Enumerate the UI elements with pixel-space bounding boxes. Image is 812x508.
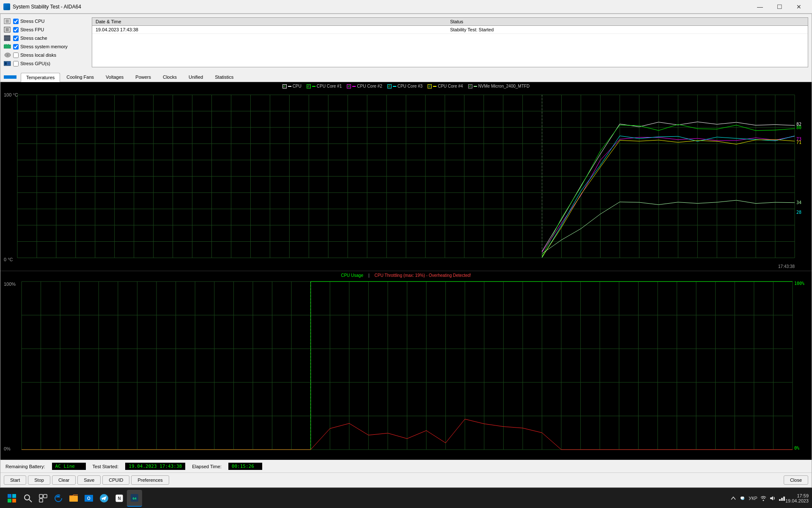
clock[interactable]: 17:59 19.04.2023 — [785, 493, 809, 503]
temp-y-max: 100 °C — [4, 92, 18, 97]
disk-icon — [4, 52, 11, 58]
svg-point-20 — [25, 495, 30, 500]
svg-rect-3 — [5, 28, 9, 31]
svg-line-21 — [29, 500, 32, 502]
stress-options: Stress CPU Stress FPU Stress cache — [4, 17, 88, 67]
legend-cpu-core1[interactable]: ✓ CPU Core #1 — [307, 84, 342, 88]
stress-gpu-checkbox[interactable] — [13, 61, 19, 66]
usage-canvas — [0, 271, 812, 460]
top-area: Stress CPU Stress FPU Stress cache — [0, 14, 812, 71]
tab-powers[interactable]: Powers — [130, 72, 156, 82]
close-button[interactable]: Close — [784, 475, 808, 485]
svg-rect-14 — [5, 62, 7, 65]
test-started-value: 19.04.2023 17:43:38 — [125, 463, 185, 470]
legend-cpu-core4[interactable]: ✓ CPU Core #4 — [428, 84, 463, 88]
clock-date: 19.04.2023 — [785, 498, 809, 503]
tab-statistics[interactable]: Statistics — [209, 72, 239, 82]
log-row: 19.04.2023 17:43:38 Stability Test: Star… — [92, 26, 808, 34]
stress-cpu-label: Stress CPU — [20, 19, 44, 24]
clear-button[interactable]: Clear — [52, 475, 76, 485]
log-table: Date & Time Status 19.04.2023 17:43:38 S… — [92, 17, 808, 67]
temp-y-min: 0 °C — [4, 257, 13, 262]
start-button[interactable]: Start — [4, 475, 26, 485]
stress-disks-checkbox[interactable] — [13, 52, 19, 58]
legend-cpu-core3[interactable]: ✓ CPU Core #3 — [387, 84, 422, 88]
tab-temperatures[interactable]: Temperatures — [21, 73, 60, 82]
svg-rect-37 — [779, 499, 781, 501]
remaining-battery-value: AC Line — [52, 463, 86, 470]
legend-cpu-core2[interactable]: ✓ CPU Core #2 — [347, 84, 382, 88]
svg-rect-1 — [5, 19, 9, 23]
usage-y-min: 0% — [4, 446, 11, 451]
taskbar-telegram[interactable] — [96, 490, 112, 507]
svg-rect-38 — [781, 498, 783, 501]
taskbar-search[interactable] — [20, 490, 36, 507]
charts-area: ✓ CPU ✓ CPU Core #1 ✓ CPU Core #2 ✓ — [0, 82, 812, 460]
titlebar: System Stability Test - AIDA64 — ☐ ✕ — [0, 0, 812, 14]
temperature-chart: ✓ CPU ✓ CPU Core #1 ✓ CPU Core #2 ✓ — [0, 82, 812, 271]
tab-unified[interactable]: Unified — [183, 72, 208, 82]
weather-icon — [739, 495, 746, 502]
svg-text:O: O — [87, 496, 91, 501]
svg-text:N: N — [118, 496, 121, 501]
save-button[interactable]: Save — [77, 475, 101, 485]
stress-fpu-checkbox[interactable] — [13, 27, 19, 33]
preferences-button[interactable]: Preferences — [131, 475, 169, 485]
legend-cpu[interactable]: ✓ CPU — [283, 84, 302, 88]
stress-gpu-label: Stress GPU(s) — [20, 61, 50, 66]
svg-rect-15 — [8, 63, 10, 64]
taskbar-aida64[interactable]: 64 — [127, 490, 142, 507]
title-close-button[interactable]: ✕ — [789, 0, 809, 14]
stress-memory-checkbox[interactable] — [13, 44, 19, 50]
svg-rect-18 — [8, 499, 11, 502]
active-tab-indicator — [4, 75, 16, 79]
temp-timestamp: 17:43:38 — [778, 264, 795, 269]
svg-point-36 — [763, 500, 764, 501]
volume-icon — [769, 495, 776, 502]
window-title: System Stability Test - AIDA64 — [13, 4, 750, 10]
cpu-icon — [4, 18, 11, 24]
svg-rect-22 — [39, 494, 43, 498]
stress-cache-item: Stress cache — [4, 34, 88, 42]
legend-cpu-usage: CPU Usage — [341, 273, 363, 278]
legend-nvme[interactable]: ✓ NVMe Micron_2400_MTFD — [468, 84, 530, 88]
taskbar-filemanager[interactable] — [66, 490, 81, 507]
remaining-battery-label: Remaining Battery: — [5, 464, 45, 469]
buttons-bar: Start Stop Clear Save CPUID Preferences … — [0, 472, 812, 487]
svg-rect-9 — [6, 44, 7, 45]
svg-rect-4 — [4, 36, 10, 41]
tab-voltages[interactable]: Voltages — [100, 72, 129, 82]
temp-chart-legend: ✓ CPU ✓ CPU Core #1 ✓ CPU Core #2 ✓ — [0, 84, 812, 88]
taskbar-taskview[interactable] — [36, 490, 51, 507]
stop-button[interactable]: Stop — [28, 475, 50, 485]
elapsed-time-value: 00:15:26 — [228, 463, 262, 470]
start-menu-button[interactable] — [3, 490, 20, 507]
stress-cpu-checkbox[interactable] — [13, 19, 19, 24]
test-started-label: Test Started: — [93, 464, 119, 469]
stress-cache-checkbox[interactable] — [13, 36, 19, 41]
stress-disks-label: Stress local disks — [20, 52, 56, 58]
memory-icon — [4, 44, 11, 50]
usage-chart-legend: CPU Usage | CPU Throttling (max: 19%) - … — [0, 273, 812, 278]
svg-rect-19 — [12, 499, 16, 502]
tab-clocks[interactable]: Clocks — [157, 72, 182, 82]
minimize-button[interactable]: — — [750, 0, 770, 14]
usage-y-max: 100% — [4, 282, 16, 287]
stress-cache-label: Stress cache — [20, 36, 47, 41]
tab-cooling-fans[interactable]: Cooling Fans — [61, 72, 99, 82]
stress-memory-label: Stress system memory — [20, 44, 68, 49]
taskbar-outlook[interactable]: O — [81, 490, 96, 507]
maximize-button[interactable]: ☐ — [770, 0, 789, 14]
temp-canvas — [0, 82, 812, 271]
elapsed-time-label: Elapsed Time: — [192, 464, 222, 469]
network-icon — [779, 495, 785, 502]
window-controls: — ☐ ✕ — [750, 0, 809, 14]
main-window: Stress CPU Stress FPU Stress cache — [0, 14, 812, 488]
cpuid-button[interactable]: CPUID — [102, 475, 129, 485]
system-tray: УКР — [730, 495, 785, 502]
svg-rect-16 — [8, 494, 11, 498]
svg-rect-25 — [69, 496, 78, 502]
taskbar-notion[interactable]: N — [112, 490, 127, 507]
chevron-up-icon[interactable] — [730, 495, 737, 502]
taskbar-edge[interactable] — [51, 490, 66, 507]
